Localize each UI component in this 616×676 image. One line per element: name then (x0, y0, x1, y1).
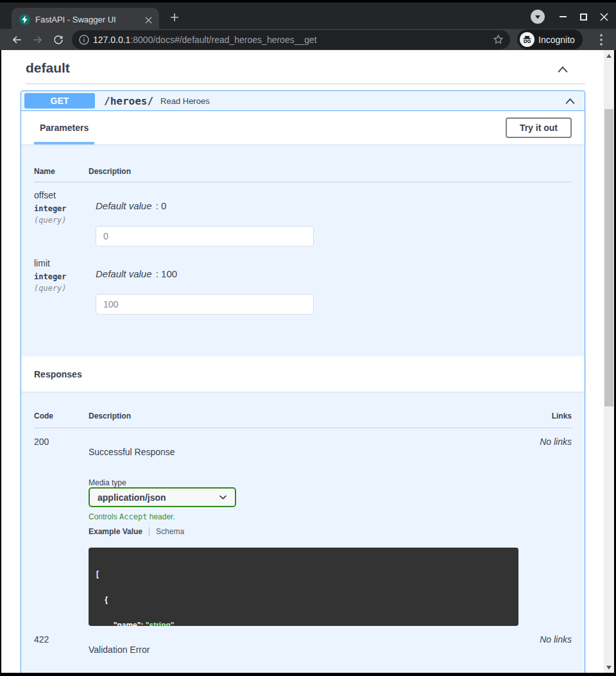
section-title[interactable]: default (26, 60, 70, 76)
address-bar[interactable]: 127.0.0.1:8000/docs#/default/read_heroes… (72, 30, 510, 49)
note-text: Controls (89, 512, 119, 521)
table-header-divider (34, 182, 572, 182)
json-sep: : (141, 621, 145, 626)
responses-title: Responses (34, 369, 82, 379)
operation-path: /heroes/ (104, 95, 153, 107)
browser-tab[interactable]: FastAPI - Swagger UI (12, 8, 159, 31)
default-value: : 0 (153, 200, 167, 211)
tab-search-icon[interactable] (531, 10, 545, 24)
parameter-name: offset (34, 190, 67, 200)
limit-input[interactable] (96, 294, 314, 315)
window-close-icon[interactable] (596, 9, 612, 24)
scroll-down-icon[interactable] (604, 663, 614, 672)
parameters-header: Parameters Try it out (21, 111, 585, 144)
url-text[interactable]: 127.0.0.1:8000/docs#/default/read_heroes… (93, 30, 317, 49)
response-links-422: No links (540, 634, 572, 645)
response-code-422: 422 (34, 634, 49, 645)
parameter-limit: limit integer (query) (34, 258, 67, 293)
media-type-label: Media type (89, 478, 126, 487)
browser-toolbar: 127.0.0.1:8000/docs#/default/read_heroes… (0, 29, 616, 50)
parameter-type: integer (34, 204, 67, 213)
tab-parameters[interactable]: Parameters (34, 111, 94, 144)
parameter-default: Default value : 100 (96, 268, 177, 279)
column-header-code: Code (34, 412, 53, 420)
responses-table: Code Description Links 200 No links Succ… (21, 392, 585, 673)
table-header-divider (34, 428, 572, 428)
column-header-name: Name (34, 167, 55, 176)
note-text: header. (147, 512, 175, 521)
response-code-200: 200 (34, 437, 49, 447)
section-divider (26, 83, 585, 84)
fastapi-favicon-icon (19, 14, 30, 25)
incognito-icon (520, 32, 535, 47)
parameter-offset: offset integer (query) (34, 190, 67, 225)
parameter-name: limit (34, 258, 67, 268)
default-value: : 100 (153, 268, 178, 279)
note-code: Accept (119, 512, 147, 521)
tab-schema[interactable]: Schema (156, 527, 184, 536)
default-value-label: Default value (96, 268, 152, 279)
code-line: { (96, 596, 511, 604)
accept-header-note: Controls Accept header. (89, 512, 175, 521)
default-value-label: Default value (96, 200, 152, 211)
browser-menu-icon[interactable] (593, 31, 610, 48)
incognito-badge: Incognito (517, 30, 583, 49)
back-icon[interactable] (8, 31, 25, 48)
forward-icon[interactable] (30, 31, 46, 48)
tab-example-value[interactable]: Example Value (89, 527, 142, 536)
response-links-200: No links (540, 437, 572, 447)
new-tab-icon[interactable] (168, 11, 181, 24)
opblock-get-heroes: GET /heroes/ Read Heroes Parameters Try … (21, 91, 585, 673)
responses-header: Responses (21, 356, 585, 392)
media-type-value: application/json (98, 492, 166, 503)
tab-title: FastAPI - Swagger UI (35, 8, 116, 31)
page-content: default GET /heroes/ Read Heroes Paramet… (1, 50, 614, 673)
json-comma: , (174, 621, 176, 626)
chevron-down-icon (219, 494, 227, 500)
example-code-block: [ { "name": "string", "secret_name": "st… (89, 548, 518, 626)
operation-summary-text: Read Heroes (160, 96, 210, 106)
column-header-description: Description (89, 412, 131, 420)
json-key: "name" (114, 621, 141, 626)
operation-collapse-chevron-up-icon[interactable] (565, 98, 576, 105)
try-it-out-button[interactable]: Try it out (506, 117, 572, 138)
parameter-location: (query) (34, 216, 67, 225)
column-header-links: Links (552, 412, 572, 420)
response-description-200: Successful Response (89, 447, 175, 457)
example-schema-tabs: Example Value Schema (89, 527, 184, 536)
bookmark-star-icon[interactable] (492, 33, 504, 48)
titlebar: FastAPI - Swagger UI (0, 0, 616, 29)
tab-separator (149, 527, 150, 536)
code-line: [ (96, 570, 511, 578)
parameter-default: Default value : 0 (96, 200, 166, 211)
section-collapse-chevron-up-icon[interactable] (557, 64, 569, 76)
browser-window: FastAPI - Swagger UI (0, 0, 616, 676)
scroll-up-icon[interactable] (604, 51, 614, 60)
http-method-badge[interactable]: GET (24, 93, 95, 108)
column-header-description: Description (89, 167, 131, 176)
incognito-label: Incognito (538, 30, 575, 49)
media-type-select[interactable]: application/json (89, 487, 236, 507)
window-maximize-icon[interactable] (576, 9, 591, 24)
vertical-scrollbar[interactable] (604, 50, 614, 673)
tab-close-icon[interactable] (142, 14, 154, 26)
parameters-table: Name Description offset integer (query) … (21, 144, 585, 356)
response-description-422: Validation Error (89, 645, 150, 655)
parameter-location: (query) (34, 284, 67, 293)
reload-icon[interactable] (50, 31, 67, 48)
window-minimize-icon[interactable] (555, 9, 570, 24)
url-host: 127.0.0.1 (93, 35, 130, 45)
page-info-icon[interactable] (78, 34, 90, 48)
scrollbar-thumb[interactable] (604, 109, 613, 406)
json-string-value: "string" (146, 621, 175, 626)
offset-input[interactable] (96, 226, 314, 247)
parameter-type: integer (34, 272, 67, 281)
code-line: "name": "string", (96, 621, 511, 626)
operation-summary[interactable]: GET /heroes/ Read Heroes (21, 91, 585, 111)
url-path: :8000/docs#/default/read_heroes_heroes__… (130, 35, 316, 45)
